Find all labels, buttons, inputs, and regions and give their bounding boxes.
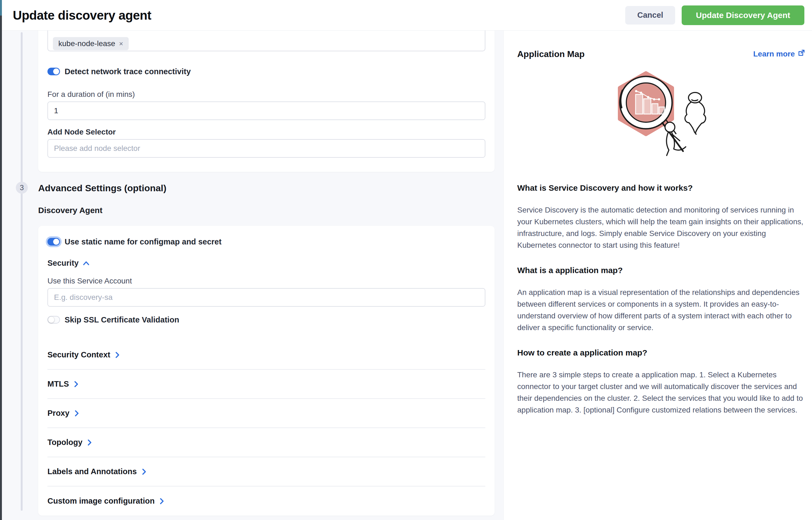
learn-more-label: Learn more (753, 50, 795, 58)
service-account-label: Use this Service Account (48, 277, 132, 285)
static-name-label: Use static name for configmap and secret (64, 237, 221, 246)
accordion-label: Security Context (48, 350, 110, 359)
section-body: An application map is a visual represent… (517, 286, 806, 333)
service-account-placeholder: E.g. discovery-sa (54, 293, 113, 302)
chevron-right-icon (160, 498, 164, 504)
node-selector-placeholder: Please add node selector (54, 144, 140, 153)
skip-ssl-label: Skip SSL Certificate Validation (64, 315, 179, 324)
section-body: There are 3 simple steps to create a app… (517, 369, 806, 416)
drawer-header: Update discovery agent Cancel Update Dis… (2, 0, 812, 30)
application-map-title: Application Map (517, 49, 585, 59)
duration-input[interactable]: 1 (48, 102, 485, 120)
section-heading: What is a application map? (517, 266, 806, 275)
detect-network-trace-label: Detect network trace connectivity (64, 67, 191, 76)
namespace-chip[interactable]: kube-node-lease × (53, 37, 129, 50)
security-section-toggle[interactable]: Security (48, 259, 89, 268)
service-account-input[interactable]: E.g. discovery-sa (48, 288, 485, 307)
chevron-right-icon (115, 352, 119, 358)
accordion-label: MTLS (48, 380, 69, 389)
discovery-agent-subheading: Discovery Agent (38, 206, 103, 215)
section-heading: What is Service Discovery and how it wor… (517, 183, 806, 192)
window-edge-strip (0, 0, 2, 520)
application-map-panel: Application Map Learn more (503, 30, 812, 520)
duration-label: For a duration of (in mins) (48, 90, 135, 99)
accordion-label: Labels and Annotations (48, 467, 137, 476)
node-selector-label: Add Node Selector (48, 128, 116, 136)
node-selector-input[interactable]: Please add node selector (48, 139, 485, 158)
namespace-chip-label: kube-node-lease (58, 39, 115, 48)
info-sections: What is Service Discovery and how it wor… (517, 183, 806, 431)
accordion-mtls[interactable]: MTLS (48, 370, 485, 399)
remove-chip-icon[interactable]: × (119, 40, 123, 48)
accordion-labels-annotations[interactable]: Labels and Annotations (48, 457, 485, 487)
chevron-right-icon (74, 381, 78, 387)
chevron-right-icon (142, 468, 146, 475)
accordion-label: Proxy (48, 409, 70, 418)
accordion-label: Topology (48, 438, 82, 447)
advanced-settings-card: Use static name for configmap and secret… (38, 226, 495, 516)
accordion-security-context[interactable]: Security Context (48, 340, 485, 370)
chevron-right-icon (87, 439, 91, 446)
external-link-icon (797, 49, 805, 59)
duration-value: 1 (54, 106, 58, 115)
network-trace-card: kube-node-lease × Detect network trace c… (38, 11, 495, 172)
section-heading: How to create a application map? (517, 348, 806, 357)
chevron-right-icon (75, 410, 79, 417)
section-body: Service Discovery is the automatic detec… (517, 204, 806, 251)
security-section-label: Security (48, 259, 79, 268)
advanced-accordion-list: Security Context MTLS Proxy Topology Lab… (48, 340, 485, 516)
learn-more-link[interactable]: Learn more (753, 49, 806, 59)
accordion-custom-image[interactable]: Custom image configuration (48, 487, 485, 516)
accordion-proxy[interactable]: Proxy (48, 399, 485, 428)
window-edge-accent (0, 0, 2, 16)
static-name-toggle[interactable] (48, 238, 60, 245)
detect-network-trace-toggle[interactable] (48, 68, 60, 75)
advanced-settings-heading: Advanced Settings (optional) (38, 183, 166, 193)
application-map-illustration (613, 69, 716, 160)
accordion-label: Custom image configuration (48, 497, 155, 505)
chevron-up-icon (83, 261, 89, 265)
step-3-badge: 3 (16, 182, 28, 194)
page-title: Update discovery agent (13, 8, 151, 23)
accordion-topology[interactable]: Topology (48, 428, 485, 457)
update-discovery-agent-button[interactable]: Update Discovery Agent (682, 5, 804, 25)
skip-ssl-toggle[interactable] (48, 316, 60, 323)
cancel-button[interactable]: Cancel (625, 6, 675, 25)
stepper-rail (21, 32, 23, 511)
